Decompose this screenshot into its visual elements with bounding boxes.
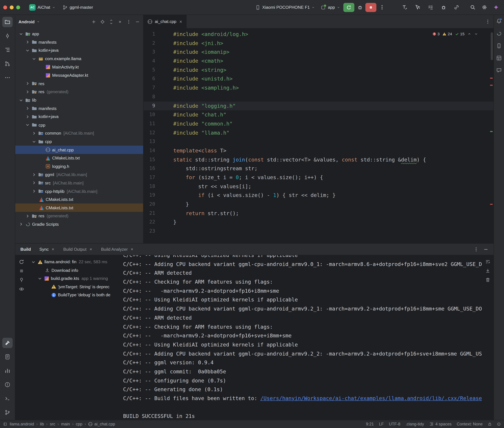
project-tree-item-res[interactable]: res (generated) (15, 212, 143, 220)
gutter-line-18[interactable]: 18 (144, 182, 155, 191)
chevron-right-icon[interactable] (31, 180, 36, 185)
pin-icon[interactable] (19, 277, 24, 283)
chevron-down-icon[interactable] (31, 259, 36, 264)
search-everywhere-button[interactable] (468, 2, 478, 12)
project-tree-item-logging-h[interactable]: H logging.h (15, 162, 143, 170)
layout-inspector-button[interactable] (495, 54, 503, 62)
project-tree-item-gradle-scripts[interactable]: Gradle Scripts (15, 220, 143, 229)
project-tree-item-app[interactable]: app (15, 30, 143, 38)
build-tab-sync[interactable]: Sync (39, 247, 55, 252)
encoding-widget[interactable]: UTF-8 (389, 422, 401, 426)
chevron-right-icon[interactable] (31, 131, 36, 136)
project-tree-item-common[interactable]: common [AiChat.lib.main] (15, 129, 143, 137)
project-tree-item-com-example-llama[interactable]: com.example.llama (15, 55, 143, 63)
editor-tab-ai-chat-cpp[interactable]: C++ ai_chat.cpp (144, 15, 186, 28)
build-tree-item-build-gradle-kts[interactable]: build.gradle.kts app 1 warning (28, 274, 123, 283)
caret-position-widget[interactable]: 9:21 (366, 422, 374, 426)
build-options-icon[interactable] (473, 247, 479, 252)
task-list-icon-button[interactable] (426, 2, 436, 12)
project-tree-item-src[interactable]: src [AiChat.lib.main] (15, 179, 143, 187)
gutter-line-6[interactable]: 6 (144, 74, 155, 83)
gutter-line-23[interactable]: 23 (144, 227, 155, 236)
add-icon[interactable] (91, 19, 96, 24)
code-editor[interactable]: 1 #include <android/log.h> 2 #include <j… (144, 28, 494, 243)
chevron-right-icon[interactable] (31, 172, 36, 177)
clang-tidy-widget[interactable]: .clang-tidy (406, 422, 424, 426)
breadcrumb-src[interactable]: src (50, 422, 55, 426)
close-tab-icon[interactable] (51, 247, 55, 251)
inspections-status-icon[interactable] (497, 422, 501, 426)
gutter-line-13[interactable]: 13 (144, 137, 155, 146)
project-tree-item-res[interactable]: res (generated) (15, 88, 143, 96)
tool-window-layout-icon[interactable] (3, 422, 7, 426)
close-tab-icon[interactable] (130, 247, 134, 251)
app-insights-toolwindow-button[interactable] (2, 365, 13, 376)
chevron-right-icon[interactable] (25, 40, 30, 45)
breadcrumb-ai-chat-cpp[interactable]: C++ai_chat.cpp (88, 422, 115, 426)
chevron-down-icon[interactable] (37, 276, 42, 281)
build-console[interactable]: C/C++: -- Using KleidiAI optimized kerne… (123, 255, 494, 420)
gutter-line-9[interactable]: 9 (144, 101, 155, 110)
chevron-down-icon[interactable] (31, 56, 36, 61)
chevron-right-icon[interactable] (18, 222, 24, 227)
chevron-right-icon[interactable] (31, 189, 36, 194)
select-opened-file-icon[interactable] (100, 19, 105, 24)
gutter-line-8[interactable]: 8 (144, 92, 155, 101)
context-widget[interactable]: Context: None (457, 422, 483, 426)
close-window-button[interactable] (3, 5, 7, 9)
gutter-line-21[interactable]: 21 (144, 209, 155, 218)
ai-cursor-icon-button[interactable] (413, 2, 422, 12)
build-window-title[interactable]: Build (20, 247, 31, 252)
assistant-chat-button[interactable] (495, 66, 503, 74)
logcat-toolwindow-button[interactable] (2, 352, 13, 362)
notifications-bell-button[interactable] (495, 17, 503, 25)
project-tree-item-lib[interactable]: lib (15, 96, 143, 104)
project-tree-item-cmakelists-txt[interactable]: CMakeLists.txt (15, 204, 143, 212)
project-tree-item-ai-chat-cpp[interactable]: C++ ai_chat.cpp (15, 146, 143, 154)
gutter-line-20[interactable]: 20 (144, 200, 155, 209)
project-tree-item-kotlin-java[interactable]: kotlin+java (15, 46, 143, 54)
settings-button[interactable] (479, 2, 489, 12)
project-tree-item-cpp-httplib[interactable]: cpp-httplib [AiChat.lib.main] (15, 187, 143, 195)
chevron-down-icon[interactable] (25, 48, 30, 53)
structure-toolwindow-button[interactable] (2, 45, 13, 55)
gutter-line-14[interactable]: 14 (144, 146, 155, 155)
project-tree-item-manifests[interactable]: manifests (15, 104, 143, 113)
gutter-line-2[interactable]: 2 (144, 39, 155, 48)
build-tree-item-llama-android-fin[interactable]: llama.android: fin 22 sec, 583 ms (28, 258, 123, 266)
gutter-line-15[interactable]: 15 (144, 155, 155, 164)
scroll-to-end-icon[interactable] (485, 268, 490, 273)
build-toolwindow-button[interactable] (2, 338, 13, 348)
clear-console-icon[interactable] (485, 277, 490, 282)
run-configuration-selector[interactable]: app (318, 2, 343, 12)
filter-eye-icon[interactable] (19, 286, 24, 292)
chevron-right-icon[interactable] (25, 114, 30, 119)
more-run-options-button[interactable] (377, 2, 387, 12)
minimize-window-button[interactable] (10, 5, 14, 9)
lock-icon[interactable] (488, 422, 492, 426)
ai-rename-icon-button[interactable] (400, 2, 410, 12)
device-selector[interactable]: Xiaomi POCOPHONE F1 (253, 2, 318, 12)
problems-toolwindow-button[interactable] (2, 379, 13, 390)
project-view-mode[interactable]: Android (18, 19, 35, 24)
breadcrumb-cpp[interactable]: cpp (76, 422, 82, 426)
project-tree-item-cpp[interactable]: cpp (15, 121, 143, 129)
editor-tabs-options-icon[interactable] (485, 19, 490, 24)
panel-options-icon[interactable] (126, 19, 131, 24)
previous-issue-icon[interactable] (468, 32, 471, 36)
pull-requests-toolwindow-button[interactable] (2, 58, 13, 69)
bug-report-icon-button[interactable] (438, 2, 448, 12)
project-tree-item-manifests[interactable]: manifests (15, 38, 143, 46)
close-tab-icon[interactable] (89, 247, 93, 251)
more-tools-toolwindow-button[interactable] (2, 73, 13, 83)
project-tree-item-res[interactable]: res (15, 80, 143, 88)
commit-toolwindow-button[interactable] (2, 31, 13, 41)
hide-panel-icon[interactable] (135, 19, 140, 24)
console-file-link[interactable]: /Users/hanyin/Workspace/ai-chat/examples… (260, 395, 482, 402)
chevron-down-icon[interactable] (25, 123, 30, 128)
gutter-line-3[interactable]: 3 (144, 48, 155, 57)
project-tree-item-ggml[interactable]: ggml [AiChat.lib.main] (15, 171, 143, 179)
gutter-line-10[interactable]: 10 (144, 110, 155, 119)
gutter-line-4[interactable]: 4 (144, 57, 155, 66)
error-stripe[interactable] (489, 28, 494, 243)
